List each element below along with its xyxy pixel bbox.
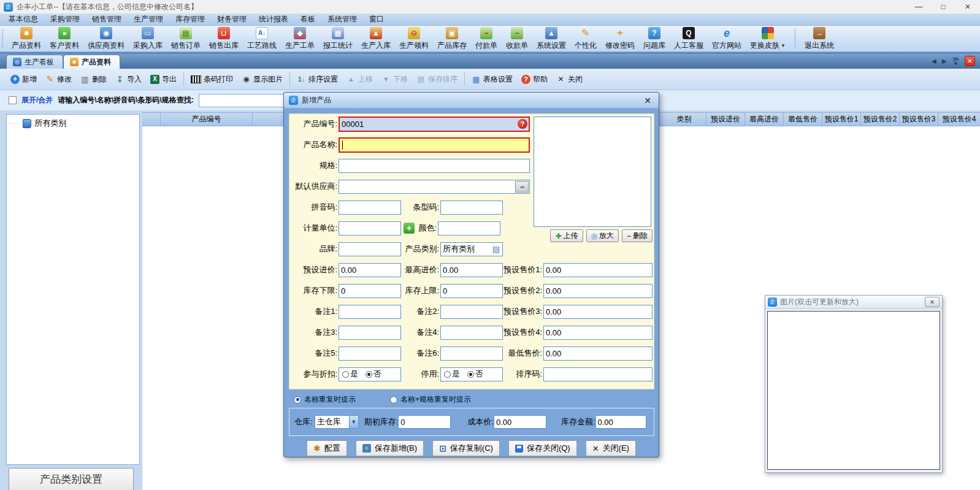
menu-finance[interactable]: 财务管理 — [211, 14, 253, 25]
table-header-preset-sale3[interactable]: 预设售价3 — [900, 113, 938, 126]
toolbar-item-question-bank[interactable]: ? 问题库 — [639, 26, 670, 52]
preset-purchase-input[interactable] — [339, 263, 401, 277]
toolbar-item-sales-out[interactable]: ⊔ 销售出库 — [205, 26, 243, 52]
supplier-picker-icon[interactable]: ●● — [515, 181, 529, 193]
dialog-close-button[interactable]: ✕关闭(E) — [586, 440, 636, 456]
import-button[interactable]: ↧ 导入 — [111, 72, 146, 87]
tab-list-icon[interactable]: ≫▾ — [952, 57, 959, 65]
stock-min-input[interactable] — [339, 284, 401, 298]
delete-button[interactable]: ▥ 删除 — [76, 72, 111, 87]
save-new-button[interactable]: +保存新增(B) — [356, 440, 424, 456]
note3-input[interactable] — [339, 326, 401, 340]
unit-input[interactable] — [339, 221, 401, 235]
discount-no-option[interactable]: 否 — [366, 369, 381, 380]
toolbar-item-process-route[interactable]: A↓ 工艺路线 — [243, 26, 281, 52]
close-tab-button[interactable]: ✕ 关闭 — [552, 72, 587, 87]
sort-code-input[interactable] — [543, 367, 653, 381]
table-header-indicator[interactable] — [142, 113, 161, 126]
toolbar-item-work-report[interactable]: ▦ 报工统计 — [319, 26, 357, 52]
dup-by-name-option[interactable]: 名称重复时提示 — [294, 394, 356, 405]
tab-scroll-right-icon[interactable]: ▶ — [942, 58, 947, 64]
supplier-input[interactable] — [339, 180, 530, 194]
code-help-icon[interactable]: ? — [518, 119, 527, 129]
cost-input[interactable] — [494, 415, 546, 429]
toolbar-item-customer[interactable]: ● 客户资料 — [45, 26, 83, 52]
toolbar-item-exit[interactable]: → 退出系统 — [800, 26, 838, 52]
save-copy-button[interactable]: ⊡保存复制(C) — [432, 440, 500, 456]
table-header-min-sale[interactable]: 最低售价 — [784, 113, 822, 126]
init-stock-input[interactable] — [398, 415, 451, 429]
tab-production-board[interactable]: ◎ 生产看板 — [6, 55, 63, 69]
warehouse-dropdown[interactable]: 主仓库 ▼ — [315, 415, 359, 429]
toolbar-item-purchase-in[interactable]: ▭ 采购入库 — [129, 26, 167, 52]
delete-image-button[interactable]: −删除 — [622, 229, 653, 242]
menu-basic-info[interactable]: 基本信息 — [2, 14, 44, 25]
barcode-print-button[interactable]: 条码打印 — [186, 72, 237, 87]
note5-input[interactable] — [339, 346, 401, 361]
preset-sale1-input[interactable] — [543, 263, 653, 277]
category-settings-button[interactable]: 产品类别设置 — [9, 468, 134, 490]
move-up-button[interactable]: ▲ 上移 — [342, 72, 377, 87]
note2-input[interactable] — [440, 305, 503, 319]
sort-settings-button[interactable]: 1↓ 排序设置 — [293, 72, 342, 87]
color-input[interactable] — [438, 221, 500, 235]
minimize-button[interactable]: — — [906, 0, 931, 13]
stop-no-option[interactable]: 否 — [467, 369, 483, 380]
table-header-preset-sale1[interactable]: 预设售价1 — [822, 113, 861, 126]
dup-by-name-spec-option[interactable]: 名称+规格重复时提示 — [390, 394, 471, 405]
toolbar-item-receipt[interactable]: − 收款单 — [502, 26, 532, 52]
brand-input[interactable] — [339, 242, 401, 256]
dialog-close-icon[interactable]: ✕ — [641, 96, 654, 105]
product-code-input[interactable] — [340, 118, 529, 131]
menu-purchase[interactable]: 采购管理 — [44, 14, 86, 25]
menu-window[interactable]: 窗口 — [363, 14, 390, 25]
stop-yes-option[interactable]: 是 — [444, 369, 460, 380]
table-header-preset-sale2[interactable]: 预设售价2 — [861, 113, 900, 126]
category-picker-icon[interactable]: ▤ — [490, 243, 502, 256]
new-button[interactable]: + 新增 — [6, 72, 41, 87]
table-header-max-purchase[interactable]: 最高进价 — [745, 113, 784, 126]
image-panel-close-button[interactable]: ✕ — [925, 297, 940, 307]
toolbar-item-website[interactable]: e 官方网站 — [708, 26, 746, 52]
save-close-button[interactable]: 保存关闭(Q) — [508, 440, 577, 456]
menu-reports[interactable]: 统计报表 — [253, 14, 294, 25]
menu-system[interactable]: 系统管理 — [321, 14, 363, 25]
expand-merge-link[interactable]: 展开/合并 — [21, 95, 53, 105]
note4-input[interactable] — [440, 326, 503, 340]
help-button[interactable]: ? 帮助 — [517, 72, 552, 87]
toolbar-item-product-stock[interactable]: ▣ 产品库存 — [433, 26, 471, 52]
move-down-button[interactable]: ▼ 下移 — [377, 72, 412, 87]
show-image-button[interactable]: ◉ 显示图片 — [237, 72, 287, 87]
zoom-image-button[interactable]: ◎放大 — [586, 229, 619, 242]
barcode-input[interactable] — [440, 201, 503, 215]
max-purchase-input[interactable] — [440, 263, 503, 277]
expand-merge-checkbox[interactable] — [9, 96, 17, 104]
tree-node-all-categories[interactable]: ···· 所有类别 — [7, 115, 139, 129]
table-settings-button[interactable]: ▦ 表格设置 — [467, 72, 517, 87]
tab-close-button[interactable]: ✕ — [965, 56, 975, 66]
table-header-preset-purchase[interactable]: 预设进价 — [706, 113, 745, 126]
preset-sale4-input[interactable] — [543, 326, 653, 340]
preset-sale2-input[interactable] — [543, 284, 653, 298]
search-input[interactable] — [199, 94, 285, 107]
table-header-product-code[interactable]: 产品编号 — [161, 113, 253, 126]
menu-sales[interactable]: 销售管理 — [86, 14, 128, 25]
stock-max-input[interactable] — [440, 284, 503, 298]
toolbar-item-production-in[interactable]: ▲ 生产入库 — [357, 26, 395, 52]
image-panel-content[interactable] — [767, 311, 940, 470]
toolbar-item-skin[interactable]: 更换皮肤 ▼ — [746, 26, 790, 52]
edit-button[interactable]: ✎ 修改 — [41, 72, 76, 87]
min-sale-input[interactable] — [543, 346, 653, 361]
tab-scroll-left-icon[interactable]: ◀ — [932, 58, 936, 64]
toolbar-item-personalize[interactable]: ✎ 个性化 — [570, 26, 601, 52]
note6-input[interactable] — [440, 346, 503, 361]
pinyin-input[interactable] — [339, 201, 401, 215]
toolbar-item-system-settings[interactable]: ▲ 系统设置 — [532, 26, 570, 52]
toolbar-item-payment[interactable]: − 付款单 — [471, 26, 502, 52]
toolbar-item-product[interactable]: ■ 产品资料 — [7, 26, 45, 52]
save-sort-button[interactable]: ▤ 保存排序 — [412, 72, 462, 87]
amount-input[interactable] — [595, 415, 646, 429]
category-combo[interactable]: 所有类别 ▤ — [440, 242, 503, 256]
note1-input[interactable] — [339, 305, 401, 319]
toolbar-item-material-issue[interactable]: ⊖ 生产领料 — [395, 26, 433, 52]
